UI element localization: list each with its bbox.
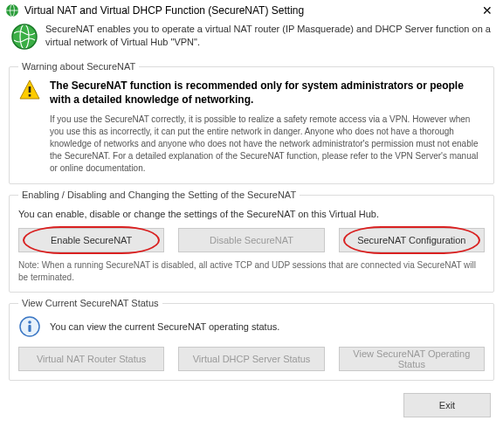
enabling-note: Note: When a running SecureNAT is disabl…: [18, 259, 485, 283]
view-status-button[interactable]: View SecureNAT Operating Status: [339, 347, 485, 371]
securenat-config-label: SecureNAT Configuration: [357, 235, 465, 245]
close-icon[interactable]: ✕: [479, 3, 496, 17]
warning-detail-text: If you use the SecureNAT correctly, it i…: [50, 114, 485, 175]
disable-securenat-button[interactable]: Disable SecureNAT: [178, 228, 324, 252]
warning-legend: Warning about SecureNAT: [18, 61, 139, 72]
nat-status-button[interactable]: Virtual NAT Router Status: [18, 347, 164, 371]
warning-bold-text: The SecureNAT function is recommended on…: [50, 79, 485, 107]
status-group: View Current SecureNAT Status You can vi…: [9, 298, 494, 381]
app-icon: [5, 3, 19, 17]
warning-group: Warning about SecureNAT The SecureNAT fu…: [9, 61, 494, 184]
enabling-legend: Enabling / Disabling and Changing the Se…: [18, 190, 300, 200]
status-legend: View Current SecureNAT Status: [18, 298, 162, 308]
exit-button[interactable]: Exit: [403, 393, 491, 417]
securenat-config-button[interactable]: SecureNAT Configuration: [339, 228, 485, 252]
dhcp-status-button[interactable]: Virtual DHCP Server Status: [178, 347, 324, 371]
status-desc: You can view the current SecureNAT opera…: [50, 321, 279, 332]
enable-securenat-label: Enable SecureNAT: [51, 235, 132, 245]
enable-securenat-button[interactable]: Enable SecureNAT: [18, 228, 164, 252]
svg-point-10: [28, 321, 31, 325]
enabling-group: Enabling / Disabling and Changing the Se…: [9, 190, 494, 293]
disable-securenat-label: Disable SecureNAT: [210, 235, 293, 245]
warning-icon: [18, 79, 41, 101]
header-description: SecureNAT enables you to operate a virtu…: [45, 23, 493, 49]
window-title: Virtual NAT and Virtual DHCP Function (S…: [24, 4, 479, 17]
globe-icon: [10, 23, 38, 51]
svg-rect-11: [28, 325, 31, 332]
svg-rect-7: [29, 86, 31, 93]
enabling-desc: You can enable, disable or change the se…: [18, 209, 485, 219]
svg-rect-8: [29, 94, 31, 97]
info-icon: [18, 315, 41, 338]
